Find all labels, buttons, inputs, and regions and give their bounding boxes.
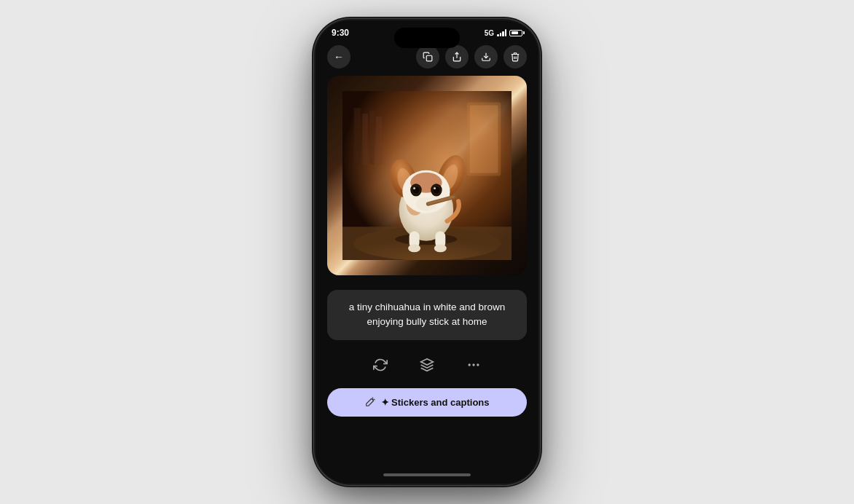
svg-rect-0 [426,55,432,61]
back-arrow-icon: ← [334,51,344,63]
copy-button[interactable] [416,45,439,68]
share-icon [452,52,462,62]
svg-point-40 [469,363,471,366]
copy-icon [423,52,433,62]
svg-rect-4 [353,108,360,165]
status-time: 9:30 [332,28,349,38]
svg-point-41 [472,363,474,366]
back-button[interactable]: ← [327,45,350,68]
trash-icon [510,52,520,62]
phone-mockup: 9:30 5G ← [314,19,540,485]
magic-wand-icon [365,397,375,407]
main-content: a tiny chihuahua in white and brown enjo… [316,76,538,470]
svg-line-44 [374,399,375,400]
layers-button[interactable] [414,352,440,378]
svg-rect-7 [375,116,382,164]
status-icons: 5G [485,29,522,37]
svg-point-37 [408,244,420,252]
stickers-captions-label: ✦ Stickers and captions [381,397,490,408]
svg-rect-5 [362,114,368,165]
phone-screen: 9:30 5G ← [316,20,538,484]
chihuahua-image [327,76,527,275]
svg-point-29 [434,187,436,189]
action-icons-row [367,352,487,378]
caption-text: a tiny chihuahua in white and brown enjo… [349,302,506,327]
more-icon [466,358,481,372]
nav-actions [416,45,527,68]
layers-icon [420,358,434,372]
svg-point-25 [413,187,415,189]
svg-rect-6 [369,111,374,165]
stickers-captions-button[interactable]: ✦ Stickers and captions [327,388,527,417]
battery-icon [509,30,522,36]
svg-point-42 [477,363,479,366]
refresh-button[interactable] [367,352,393,378]
download-icon [481,52,491,62]
svg-marker-39 [421,358,434,364]
caption-box: a tiny chihuahua in white and brown enjo… [327,290,527,340]
signal-bars-icon [497,29,506,36]
generated-image-container [327,76,527,275]
home-indicator [383,473,471,476]
network-label: 5G [485,29,494,37]
chihuahua-illustration [342,91,512,261]
download-button[interactable] [474,45,498,68]
dynamic-island [394,28,460,48]
more-options-button[interactable] [461,352,487,378]
delete-button[interactable] [504,45,527,68]
refresh-icon [373,358,388,372]
share-button[interactable] [445,45,469,68]
svg-rect-9 [469,105,498,173]
svg-point-38 [434,244,446,252]
svg-line-43 [372,398,372,398]
